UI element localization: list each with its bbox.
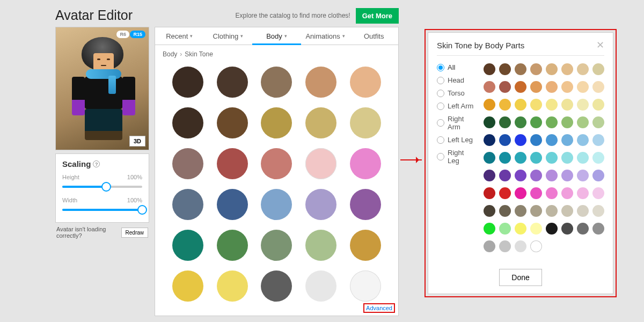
color-swatch[interactable] xyxy=(530,170,542,181)
color-swatch[interactable] xyxy=(561,152,573,164)
color-swatch[interactable] xyxy=(546,134,558,146)
color-swatch[interactable] xyxy=(530,223,542,235)
color-swatch[interactable] xyxy=(261,270,292,302)
color-swatch[interactable] xyxy=(592,170,604,181)
color-swatch[interactable] xyxy=(499,240,511,252)
color-swatch[interactable] xyxy=(530,116,542,128)
color-swatch[interactable] xyxy=(217,270,248,302)
radio-left-arm[interactable]: Left Arm xyxy=(437,102,477,110)
color-swatch[interactable] xyxy=(546,187,558,199)
color-swatch[interactable] xyxy=(592,205,604,217)
tab-body[interactable]: Body▾ xyxy=(252,27,301,45)
color-swatch[interactable] xyxy=(172,189,203,220)
color-swatch[interactable] xyxy=(261,148,292,179)
color-swatch[interactable] xyxy=(530,205,542,217)
color-swatch[interactable] xyxy=(217,189,248,220)
color-swatch[interactable] xyxy=(515,99,526,111)
get-more-button[interactable]: Get More xyxy=(356,8,399,24)
color-swatch[interactable] xyxy=(484,152,495,164)
color-swatch[interactable] xyxy=(217,67,248,98)
color-swatch[interactable] xyxy=(172,148,203,179)
crumb-body[interactable]: Body xyxy=(163,50,177,58)
color-swatch[interactable] xyxy=(515,187,526,199)
color-swatch[interactable] xyxy=(515,205,526,217)
close-icon[interactable]: ✕ xyxy=(596,40,604,50)
color-swatch[interactable] xyxy=(305,67,336,98)
help-icon[interactable]: ? xyxy=(93,160,100,167)
color-swatch[interactable] xyxy=(546,63,558,75)
color-swatch[interactable] xyxy=(546,116,558,128)
radio-all[interactable]: All xyxy=(437,63,477,71)
color-swatch[interactable] xyxy=(577,223,589,235)
color-swatch[interactable] xyxy=(592,187,604,199)
color-swatch[interactable] xyxy=(530,134,542,146)
color-swatch[interactable] xyxy=(530,187,542,199)
color-swatch[interactable] xyxy=(305,270,336,302)
color-swatch[interactable] xyxy=(592,223,604,235)
color-swatch[interactable] xyxy=(592,99,604,111)
color-swatch[interactable] xyxy=(484,223,495,235)
radio-torso[interactable]: Torso xyxy=(437,89,477,97)
color-swatch[interactable] xyxy=(592,134,604,146)
color-swatch[interactable] xyxy=(484,205,495,217)
color-swatch[interactable] xyxy=(499,81,511,93)
color-swatch[interactable] xyxy=(484,187,495,199)
advanced-link[interactable]: Advanced xyxy=(363,303,395,313)
tab-recent[interactable]: Recent▾ xyxy=(155,27,204,45)
color-swatch[interactable] xyxy=(577,99,589,111)
color-swatch[interactable] xyxy=(217,107,248,138)
color-swatch[interactable] xyxy=(561,81,573,93)
color-swatch[interactable] xyxy=(577,81,589,93)
color-swatch[interactable] xyxy=(530,240,542,252)
done-button[interactable]: Done xyxy=(499,269,541,286)
color-swatch[interactable] xyxy=(499,116,511,128)
color-swatch[interactable] xyxy=(561,170,573,181)
color-swatch[interactable] xyxy=(515,152,526,164)
color-swatch[interactable] xyxy=(484,240,495,252)
color-swatch[interactable] xyxy=(530,81,542,93)
color-swatch[interactable] xyxy=(515,134,526,146)
color-swatch[interactable] xyxy=(577,205,589,217)
color-swatch[interactable] xyxy=(499,152,511,164)
color-swatch[interactable] xyxy=(577,116,589,128)
color-swatch[interactable] xyxy=(592,63,604,75)
color-swatch[interactable] xyxy=(499,187,511,199)
color-swatch[interactable] xyxy=(530,99,542,111)
color-swatch[interactable] xyxy=(350,270,381,302)
tab-animations[interactable]: Animations▾ xyxy=(301,27,350,45)
color-swatch[interactable] xyxy=(261,67,292,98)
height-slider[interactable] xyxy=(62,182,142,192)
color-swatch[interactable] xyxy=(484,81,495,93)
radio-right-leg[interactable]: Right Leg xyxy=(437,149,477,165)
color-swatch[interactable] xyxy=(515,223,526,235)
color-swatch[interactable] xyxy=(305,148,336,179)
color-swatch[interactable] xyxy=(172,67,203,98)
color-swatch[interactable] xyxy=(172,270,203,302)
color-swatch[interactable] xyxy=(546,170,558,181)
r15-badge[interactable]: R15 xyxy=(130,31,145,38)
color-swatch[interactable] xyxy=(261,107,292,138)
color-swatch[interactable] xyxy=(561,116,573,128)
color-swatch[interactable] xyxy=(350,67,381,98)
color-swatch[interactable] xyxy=(261,189,292,220)
color-swatch[interactable] xyxy=(499,63,511,75)
color-swatch[interactable] xyxy=(561,63,573,75)
color-swatch[interactable] xyxy=(499,99,511,111)
color-swatch[interactable] xyxy=(592,116,604,128)
radio-head[interactable]: Head xyxy=(437,76,477,84)
color-swatch[interactable] xyxy=(577,187,589,199)
color-swatch[interactable] xyxy=(515,63,526,75)
color-swatch[interactable] xyxy=(561,205,573,217)
tab-clothing[interactable]: Clothing▾ xyxy=(204,27,253,45)
color-swatch[interactable] xyxy=(350,148,381,179)
color-swatch[interactable] xyxy=(546,81,558,93)
color-swatch[interactable] xyxy=(305,107,336,138)
width-slider[interactable] xyxy=(62,205,142,215)
color-swatch[interactable] xyxy=(592,81,604,93)
color-swatch[interactable] xyxy=(592,152,604,164)
color-swatch[interactable] xyxy=(577,152,589,164)
color-swatch[interactable] xyxy=(172,230,203,261)
color-swatch[interactable] xyxy=(546,205,558,217)
color-swatch[interactable] xyxy=(499,170,511,181)
color-swatch[interactable] xyxy=(546,223,558,235)
